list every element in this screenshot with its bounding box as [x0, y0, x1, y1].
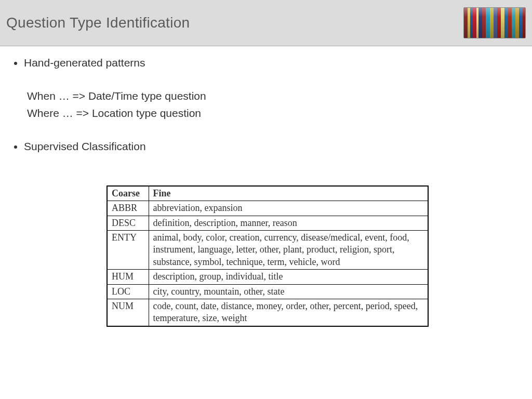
- cell-coarse: HUM: [107, 270, 149, 284]
- cell-coarse: NUM: [107, 299, 149, 326]
- slide-header: Question Type Identification: [0, 0, 532, 46]
- table-row: NUMcode, count, date, distance, money, o…: [107, 299, 428, 326]
- table-row: LOCcity, country, mountain, other, state: [107, 284, 428, 299]
- example-when: When … => Date/Time type question: [27, 88, 527, 105]
- table-row: ENTYanimal, body, color, creation, curre…: [107, 230, 428, 269]
- col-header-fine: Fine: [149, 186, 428, 201]
- cell-fine: animal, body, color, creation, currency,…: [149, 230, 428, 269]
- cell-fine: city, country, mountain, other, state: [149, 284, 428, 299]
- classification-table-wrap: Coarse Fine ABBRabbreviation, expansionD…: [107, 185, 429, 327]
- table-row: DESCdefinition, description, manner, rea…: [107, 216, 428, 230]
- cell-fine: definition, description, manner, reason: [149, 216, 428, 230]
- pattern-examples: When … => Date/Time type question Where …: [24, 88, 527, 122]
- bullet-text: Hand-generated patterns: [24, 57, 145, 69]
- col-header-coarse: Coarse: [107, 186, 149, 201]
- page-title: Question Type Identification: [6, 15, 190, 31]
- cell-coarse: LOC: [107, 284, 149, 299]
- bullet-item-supervised: Supervised Classification: [24, 139, 527, 154]
- cell-fine: code, count, date, distance, money, orde…: [149, 299, 428, 326]
- bookshelf-image: [463, 7, 526, 38]
- table-row: ABBRabbreviation, expansion: [107, 201, 428, 216]
- bullet-text: Supervised Classification: [24, 140, 146, 152]
- table-header-row: Coarse Fine: [107, 186, 428, 201]
- slide-content: Hand-generated patterns When … => Date/T…: [0, 46, 532, 327]
- cell-fine: description, group, individual, title: [149, 270, 428, 284]
- example-where: Where … => Location type question: [27, 105, 527, 122]
- bullet-item-patterns: Hand-generated patterns When … => Date/T…: [24, 56, 527, 122]
- cell-coarse: ENTY: [107, 230, 149, 269]
- bullet-list: Hand-generated patterns When … => Date/T…: [8, 56, 527, 154]
- classification-table: Coarse Fine ABBRabbreviation, expansionD…: [107, 185, 429, 327]
- cell-fine: abbreviation, expansion: [149, 201, 428, 216]
- cell-coarse: ABBR: [107, 201, 149, 216]
- table-row: HUMdescription, group, individual, title: [107, 270, 428, 284]
- cell-coarse: DESC: [107, 216, 149, 230]
